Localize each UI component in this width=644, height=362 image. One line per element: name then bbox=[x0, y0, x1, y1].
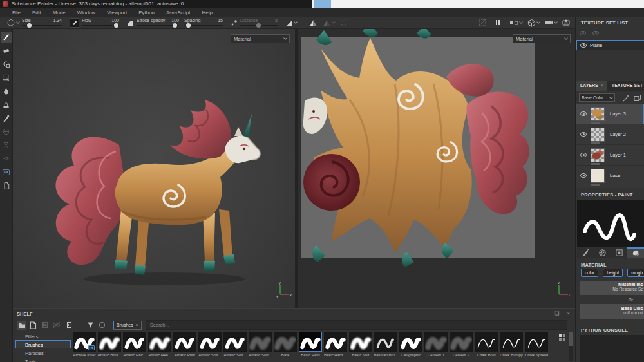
new-resource-icon[interactable] bbox=[28, 321, 38, 330]
brush-item[interactable]: Artistic Hair... bbox=[122, 332, 147, 357]
shelf-scrollbar[interactable] bbox=[569, 332, 573, 361]
scrollbar-thumb[interactable] bbox=[569, 332, 573, 346]
smudge-tool[interactable] bbox=[1, 86, 12, 97]
layer-visibility-icon[interactable] bbox=[580, 111, 587, 116]
brush-item[interactable]: Artistic Soft... bbox=[223, 332, 247, 357]
stroke-opacity-knob[interactable] bbox=[173, 23, 177, 28]
camera-icon[interactable] bbox=[545, 19, 557, 26]
shelf-category[interactable]: Filters bbox=[15, 332, 71, 340]
brush-item[interactable]: Basic Soft bbox=[348, 332, 373, 357]
dyntext-tool[interactable] bbox=[1, 126, 12, 137]
tab-material[interactable] bbox=[627, 247, 644, 258]
size-slider[interactable] bbox=[22, 25, 62, 26]
photoshop-export-tool[interactable]: Ps bbox=[1, 167, 12, 178]
brush-item[interactable]: Chalk Spread bbox=[524, 332, 549, 357]
shelf-category[interactable]: Particles bbox=[15, 348, 71, 357]
clone-tool[interactable] bbox=[1, 99, 12, 110]
solo-view-icon[interactable] bbox=[592, 31, 599, 35]
channel-button[interactable]: color bbox=[581, 269, 598, 277]
layer-thumbnail[interactable] bbox=[591, 128, 605, 142]
size-slider-knob[interactable] bbox=[27, 23, 32, 28]
stroke-falloff-icon[interactable] bbox=[285, 19, 297, 26]
paint-tool[interactable] bbox=[1, 32, 12, 43]
radial-symmetry-icon[interactable] bbox=[323, 19, 335, 26]
flow-slider-knob[interactable] bbox=[114, 23, 118, 28]
settings-tool[interactable] bbox=[1, 153, 12, 164]
viewport-split-icon[interactable] bbox=[509, 19, 522, 26]
flow-slider[interactable] bbox=[82, 25, 119, 26]
spacing-slider[interactable] bbox=[184, 25, 223, 26]
layer-thumbnail[interactable] bbox=[591, 169, 605, 183]
layer-thumbnail[interactable] bbox=[591, 148, 605, 162]
3d-viewport[interactable]: Material y x z bbox=[13, 29, 295, 308]
python-console-output[interactable] bbox=[580, 335, 644, 362]
distance-slider[interactable] bbox=[240, 25, 278, 26]
channel-filter-select[interactable]: Base Color bbox=[579, 93, 615, 102]
shelf-category[interactable]: Tools bbox=[15, 357, 71, 362]
tab-stencil[interactable] bbox=[611, 247, 627, 258]
flow-falloff-icon[interactable] bbox=[127, 19, 134, 26]
search-input[interactable] bbox=[146, 320, 567, 330]
menu-item[interactable]: JavaScript bbox=[160, 10, 196, 15]
menu-item[interactable]: Python bbox=[133, 10, 160, 15]
menu-item[interactable]: Mode bbox=[47, 10, 71, 15]
brush-item[interactable]: Cement 2 bbox=[449, 332, 473, 357]
spacing-knob[interactable] bbox=[186, 23, 191, 28]
brush-item[interactable]: Artistic Print bbox=[173, 332, 197, 357]
stroke-opacity-slider[interactable] bbox=[137, 25, 179, 26]
grid-view-icon[interactable] bbox=[559, 334, 565, 341]
channel-button[interactable]: height bbox=[603, 269, 623, 277]
stencil-visibility-icon[interactable] bbox=[478, 19, 486, 26]
symmetry-plane-icon[interactable] bbox=[340, 19, 348, 26]
lazy-mouse-icon[interactable] bbox=[231, 19, 238, 26]
import-resources-icon[interactable] bbox=[63, 321, 73, 330]
menu-item[interactable]: Edit bbox=[26, 10, 47, 15]
layer-visibility-icon[interactable] bbox=[580, 173, 587, 178]
pause-engine-button[interactable] bbox=[495, 20, 500, 25]
brush-item[interactable]: Basmati Bru... bbox=[374, 332, 398, 357]
brush-item[interactable]: Bark bbox=[273, 332, 298, 357]
viewport3d-shading-select[interactable]: Material bbox=[231, 34, 290, 43]
base-color-box[interactable]: Base Colo uniform col bbox=[580, 304, 644, 319]
viewport2d-shading-select[interactable]: Material bbox=[513, 34, 571, 43]
brush-item[interactable]: Calligraphic bbox=[399, 332, 423, 357]
brush-item[interactable]: Basic Hard ... bbox=[323, 332, 348, 357]
filter-funnel-icon[interactable] bbox=[86, 321, 95, 330]
layer-row[interactable]: Layer 3 bbox=[576, 104, 644, 124]
save-icon[interactable] bbox=[40, 321, 50, 330]
layer-stack-icon[interactable] bbox=[634, 94, 641, 102]
tab-layers[interactable]: LAYERS× bbox=[576, 81, 607, 91]
brush-stamp-preview[interactable] bbox=[6, 18, 19, 27]
toggle-visibility-icon[interactable] bbox=[580, 31, 586, 35]
eraser-tool[interactable] bbox=[1, 45, 12, 56]
brush-item[interactable]: Ps Archive Inker bbox=[72, 332, 97, 357]
material-picker-tool[interactable] bbox=[1, 113, 12, 124]
effects-wand-icon[interactable] bbox=[622, 94, 630, 102]
layer-thumbnail[interactable] bbox=[591, 107, 605, 121]
layer-visibility-icon[interactable] bbox=[580, 132, 587, 137]
distance-knob[interactable] bbox=[256, 23, 261, 28]
brush-item[interactable]: Cement 1 bbox=[424, 332, 448, 357]
brush-item[interactable]: Artistic Hea... bbox=[147, 332, 172, 357]
brush-item[interactable]: Basic Hard bbox=[298, 332, 323, 357]
close-icon[interactable]: × bbox=[567, 310, 570, 316]
projection-tool[interactable] bbox=[1, 59, 12, 70]
brush-item[interactable]: Chalk Bumpy bbox=[499, 332, 524, 357]
polygon-fill-tool[interactable] bbox=[1, 72, 12, 83]
layer-row[interactable]: Layer 2 bbox=[576, 124, 644, 145]
filter-circle-icon[interactable] bbox=[97, 321, 107, 330]
shelf-category[interactable]: Brushes bbox=[15, 340, 71, 348]
tab-brush[interactable] bbox=[577, 247, 594, 258]
layer-row[interactable]: Layer 1 bbox=[576, 145, 644, 166]
eye-icon[interactable] bbox=[580, 43, 587, 48]
brush-item[interactable]: Artistic Brus... bbox=[97, 332, 122, 357]
layer-visibility-icon[interactable] bbox=[580, 153, 587, 157]
chip-close-icon[interactable]: × bbox=[136, 323, 138, 327]
brush-tip-button[interactable] bbox=[70, 18, 79, 28]
menu-item[interactable]: Window bbox=[71, 10, 101, 15]
channel-button[interactable]: rough bbox=[627, 269, 644, 277]
brush-item[interactable]: Chalk Bold bbox=[474, 332, 498, 357]
material-mode-box[interactable]: Material mo No Resource Se bbox=[580, 281, 644, 295]
hide-resources-icon[interactable] bbox=[52, 321, 61, 330]
menu-item[interactable]: File bbox=[6, 10, 26, 15]
